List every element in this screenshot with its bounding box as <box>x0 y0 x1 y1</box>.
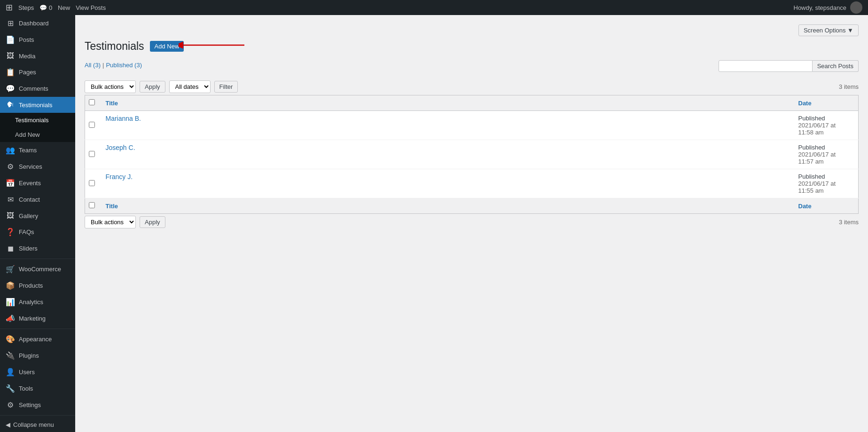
row-title-cell: Francy J. <box>100 169 793 198</box>
filter-all-link[interactable]: All (3) <box>85 62 101 69</box>
page-title: Testimonials <box>85 40 144 53</box>
sliders-icon: ◼ <box>6 244 15 253</box>
sidebar-item-gallery[interactable]: 🖼 Gallery <box>0 208 75 224</box>
apply-button-top[interactable]: Apply <box>140 81 165 93</box>
site-name[interactable]: Steps <box>18 4 34 11</box>
contact-icon: ✉ <box>6 195 15 204</box>
add-new-button[interactable]: Add New <box>150 41 184 52</box>
sidebar-item-appearance[interactable]: 🎨 Appearance <box>0 331 75 347</box>
top-toolbar: Bulk actions Apply All dates Filter 3 it… <box>85 80 859 93</box>
row-checkbox[interactable] <box>89 180 95 186</box>
dashboard-icon: ⊞ <box>6 19 15 28</box>
screen-options-button[interactable]: Screen Options ▼ <box>798 24 859 36</box>
teams-icon: 👥 <box>6 146 15 155</box>
date-value: 2021/06/17 at 11:58 am <box>798 122 836 136</box>
admin-bar: ⊞ Steps 💬 0 New View Posts Howdy, stepsd… <box>0 0 868 15</box>
sidebar-item-marketing[interactable]: 📣 Marketing <box>0 310 75 327</box>
sidebar-item-dashboard[interactable]: ⊞ Dashboard <box>0 15 75 31</box>
bulk-actions-select-bottom[interactable]: Bulk actions <box>85 216 136 228</box>
col-date-header[interactable]: Date <box>793 95 859 111</box>
filter-published-link[interactable]: Published (3) <box>106 62 142 69</box>
testimonials-submenu: Testimonials Add New <box>0 113 75 142</box>
date-status: Published <box>798 144 825 151</box>
sidebar-label-posts: Posts <box>19 36 34 43</box>
sidebar-label-contact: Contact <box>19 196 40 203</box>
sidebar-item-eevents[interactable]: 📅 Eevents <box>0 175 75 191</box>
gallery-icon: 🖼 <box>6 212 15 220</box>
col-title-header[interactable]: Title <box>100 95 793 111</box>
sidebar-item-tools[interactable]: 🔧 Tools <box>0 380 75 397</box>
sidebar-item-settings[interactable]: ⚙ Settings <box>0 397 75 413</box>
filter-published-count: 3 <box>136 62 140 69</box>
row-title-cell: Marianna B. <box>100 111 793 140</box>
sidebar-item-users[interactable]: 👤 Users <box>0 364 75 380</box>
sidebar-item-media[interactable]: 🖼 Media <box>0 48 75 64</box>
table-header-row: Title Date <box>85 95 859 111</box>
sidebar-item-woocommerce[interactable]: 🛒 WooCommerce <box>0 261 75 277</box>
sidebar-label-faqs: FAQs <box>19 228 34 236</box>
sidebar-label-teams: Teams <box>19 147 37 154</box>
sidebar-submenu-item-add-new[interactable]: Add New <box>0 127 75 142</box>
post-title-link[interactable]: Marianna B. <box>106 115 141 122</box>
date-filter-select[interactable]: All dates <box>169 80 211 93</box>
wp-logo-icon[interactable]: ⊞ <box>6 2 13 13</box>
sidebar-label-gallery: Gallery <box>19 212 38 220</box>
sidebar-item-faqs[interactable]: ❓ FAQs <box>0 224 75 240</box>
sidebar-item-services[interactable]: ⚙ Services <box>0 158 75 175</box>
filter-nav: All (3) | Published (3) <box>85 62 142 69</box>
sidebar-submenu-item-testimonials[interactable]: Testimonials <box>0 113 75 127</box>
sidebar-label-media: Media <box>19 53 35 60</box>
sidebar-item-comments[interactable]: 💬 Comments <box>0 80 75 97</box>
sidebar-label-sliders: Sliders <box>19 245 38 252</box>
sidebar-label-dashboard: Dashboard <box>19 20 49 27</box>
date-value: 2021/06/17 at 11:55 am <box>798 180 836 194</box>
sidebar-item-contact[interactable]: ✉ Contact <box>0 191 75 208</box>
woocommerce-icon: 🛒 <box>6 265 15 274</box>
bulk-actions-select[interactable]: Bulk actions <box>85 80 136 93</box>
col-title-footer[interactable]: Title <box>100 198 793 214</box>
products-icon: 📦 <box>6 281 15 290</box>
users-icon: 👤 <box>6 368 15 377</box>
apply-button-bottom[interactable]: Apply <box>140 216 165 228</box>
sidebar-label-analytics: Analytics <box>19 298 43 306</box>
sidebar-separator <box>0 259 75 259</box>
appearance-icon: 🎨 <box>6 335 15 344</box>
table-footer-row: Title Date <box>85 198 859 214</box>
sidebar-label-users: Users <box>19 369 35 376</box>
arrow-annotation <box>179 38 254 52</box>
collapse-icon: ◀ <box>6 421 10 428</box>
search-input[interactable] <box>719 60 813 72</box>
view-posts-link[interactable]: View Posts <box>76 4 106 11</box>
table-row: Francy J. Published 2021/06/17 at 11:55 … <box>85 169 859 198</box>
sidebar-item-testimonials[interactable]: 🗣 Testimonials <box>0 97 75 113</box>
comment-icon[interactable]: 💬 0 <box>39 4 52 11</box>
sidebar-item-posts[interactable]: 📄 Posts <box>0 31 75 48</box>
collapse-label: Collapse menu <box>13 421 54 428</box>
row-checkbox[interactable] <box>89 122 95 128</box>
pages-icon: 📋 <box>6 68 15 77</box>
row-checkbox-cell <box>85 111 100 140</box>
sidebar-label-services: Services <box>19 163 42 170</box>
select-all-checkbox[interactable] <box>89 99 95 105</box>
row-checkbox-cell <box>85 140 100 169</box>
row-date-cell: Published 2021/06/17 at 11:55 am <box>793 169 859 198</box>
sidebar-item-products[interactable]: 📦 Products <box>0 277 75 294</box>
select-all-checkbox-footer[interactable] <box>89 202 95 208</box>
submenu-testimonials-label: Testimonials <box>15 117 49 124</box>
sidebar-item-sliders[interactable]: ◼ Sliders <box>0 240 75 257</box>
collapse-sidebar-button[interactable]: ◀ Collapse menu <box>0 417 75 432</box>
search-button[interactable]: Search Posts <box>813 60 859 72</box>
post-title-link[interactable]: Joseph C. <box>106 144 135 151</box>
sidebar-item-teams[interactable]: 👥 Teams <box>0 142 75 158</box>
row-checkbox[interactable] <box>89 151 95 157</box>
post-title-link[interactable]: Francy J. <box>106 173 133 181</box>
filter-button[interactable]: Filter <box>214 81 238 93</box>
faqs-icon: ❓ <box>6 228 15 236</box>
posts-table: Title Date Marianna B. Published 2021/06… <box>85 95 859 214</box>
sidebar-item-pages[interactable]: 📋 Pages <box>0 64 75 80</box>
settings-icon: ⚙ <box>6 401 15 409</box>
sidebar-item-analytics[interactable]: 📊 Analytics <box>0 294 75 310</box>
col-date-footer[interactable]: Date <box>793 198 859 214</box>
sidebar-item-plugins[interactable]: 🔌 Plugins <box>0 347 75 364</box>
new-link[interactable]: New <box>58 4 70 11</box>
